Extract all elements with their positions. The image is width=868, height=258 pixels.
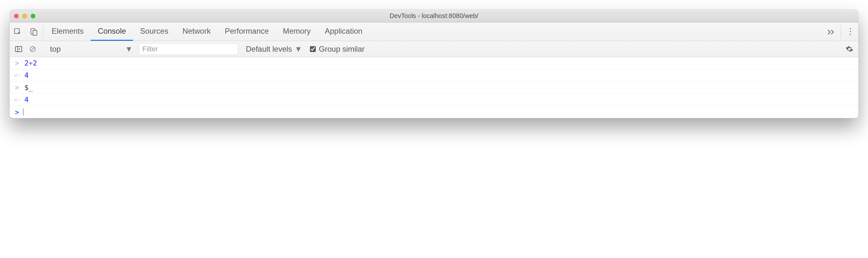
close-window-button[interactable] (14, 14, 19, 18)
window-title: DevTools - localhost:8080/web/ (10, 12, 858, 20)
group-similar-checkbox[interactable] (310, 46, 316, 52)
tab-network[interactable]: Network (175, 23, 218, 41)
devtools-window: DevTools - localhost:8080/web/ Elements … (10, 10, 858, 118)
clear-console-icon[interactable] (27, 46, 38, 53)
device-toolbar-icon[interactable] (26, 23, 42, 41)
console-output[interactable]: > 2+2 <· 4 > $_ <· 4 > (10, 57, 858, 118)
tab-label: Console (98, 27, 126, 36)
log-levels-selector[interactable]: Default levels ▼ (241, 45, 302, 54)
text-cursor (23, 109, 23, 116)
tab-console[interactable]: Console (91, 23, 133, 41)
console-result: 4 (24, 96, 29, 104)
dropdown-caret-icon: ▼ (125, 45, 133, 54)
tab-label: Application (325, 27, 362, 36)
console-output-row: <· 4 (10, 94, 858, 106)
output-marker-icon: <· (14, 96, 20, 103)
tab-label: Elements (52, 27, 84, 36)
overflow-tabs-icon[interactable] (824, 23, 839, 41)
svg-rect-2 (33, 30, 37, 35)
dropdown-caret-icon: ▼ (294, 45, 302, 54)
console-output-row: <· 4 (10, 69, 858, 82)
toolbar-divider (43, 25, 43, 38)
toggle-sidebar-icon[interactable] (13, 46, 24, 52)
toolbar-divider (841, 25, 841, 38)
input-marker-icon: > (14, 59, 20, 67)
tab-label: Memory (283, 27, 311, 36)
execution-context-selector[interactable]: top ▼ (46, 43, 136, 55)
console-result: 4 (24, 71, 29, 79)
inspect-element-icon[interactable] (10, 23, 26, 41)
titlebar: DevTools - localhost:8080/web/ (10, 10, 858, 23)
zoom-window-button[interactable] (31, 14, 35, 18)
console-input-row: > $_ (10, 82, 858, 94)
panel-tabs: Elements Console Sources Network Perform… (44, 23, 824, 41)
console-code: 2+2 (24, 59, 37, 67)
main-toolbar: Elements Console Sources Network Perform… (10, 23, 858, 41)
context-label: top (50, 45, 61, 54)
console-toolbar: top ▼ Default levels ▼ Group similar (10, 41, 858, 57)
levels-label: Default levels (246, 45, 292, 54)
svg-rect-3 (16, 47, 22, 52)
tab-performance[interactable]: Performance (218, 23, 276, 41)
tab-application[interactable]: Application (318, 23, 369, 41)
tab-label: Sources (140, 27, 168, 36)
group-similar-toggle[interactable]: Group similar (305, 45, 365, 54)
group-similar-label: Group similar (319, 45, 365, 54)
tab-elements[interactable]: Elements (44, 23, 91, 41)
svg-line-6 (31, 47, 35, 51)
console-input-row: > 2+2 (10, 57, 858, 69)
tab-label: Performance (225, 27, 269, 36)
tab-label: Network (182, 27, 211, 36)
tab-memory[interactable]: Memory (276, 23, 318, 41)
input-marker-icon: > (14, 83, 20, 91)
more-menu-icon[interactable]: ⋮ (842, 23, 858, 41)
console-prompt-row[interactable]: > (10, 106, 858, 118)
svg-point-7 (848, 48, 850, 50)
tab-sources[interactable]: Sources (133, 23, 175, 41)
console-code: $_ (24, 83, 33, 91)
console-settings-icon[interactable] (845, 45, 855, 53)
prompt-marker-icon: > (14, 108, 20, 116)
window-controls (10, 14, 35, 18)
filter-input[interactable] (139, 43, 238, 55)
output-marker-icon: <· (14, 72, 20, 79)
minimize-window-button[interactable] (23, 14, 27, 18)
